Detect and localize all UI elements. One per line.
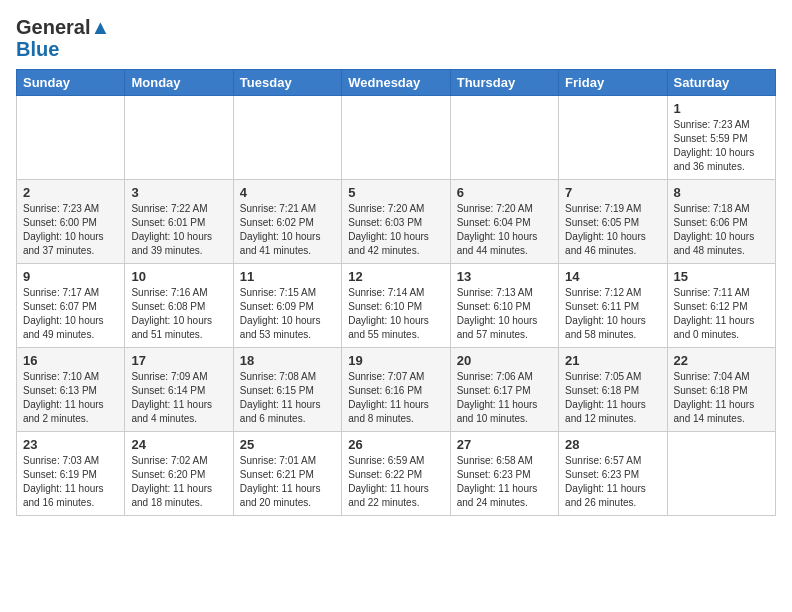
day-info: Sunrise: 7:02 AMSunset: 6:20 PMDaylight:… <box>131 454 226 510</box>
day-info: Sunrise: 7:22 AMSunset: 6:01 PMDaylight:… <box>131 202 226 258</box>
day-cell: 1Sunrise: 7:23 AMSunset: 5:59 PMDaylight… <box>667 96 775 180</box>
day-cell: 23Sunrise: 7:03 AMSunset: 6:19 PMDayligh… <box>17 432 125 516</box>
day-cell: 2Sunrise: 7:23 AMSunset: 6:00 PMDaylight… <box>17 180 125 264</box>
day-number: 6 <box>457 185 552 200</box>
header: General▲ Blue <box>16 16 776 61</box>
day-number: 16 <box>23 353 118 368</box>
day-info: Sunrise: 7:13 AMSunset: 6:10 PMDaylight:… <box>457 286 552 342</box>
day-number: 11 <box>240 269 335 284</box>
day-number: 20 <box>457 353 552 368</box>
weekday-header-friday: Friday <box>559 70 667 96</box>
day-info: Sunrise: 7:06 AMSunset: 6:17 PMDaylight:… <box>457 370 552 426</box>
day-cell <box>667 432 775 516</box>
day-info: Sunrise: 7:19 AMSunset: 6:05 PMDaylight:… <box>565 202 660 258</box>
day-number: 24 <box>131 437 226 452</box>
day-number: 4 <box>240 185 335 200</box>
day-cell <box>559 96 667 180</box>
calendar: SundayMondayTuesdayWednesdayThursdayFrid… <box>16 69 776 516</box>
day-cell <box>17 96 125 180</box>
day-info: Sunrise: 7:23 AMSunset: 5:59 PMDaylight:… <box>674 118 769 174</box>
day-number: 2 <box>23 185 118 200</box>
day-cell: 27Sunrise: 6:58 AMSunset: 6:23 PMDayligh… <box>450 432 558 516</box>
weekday-header-monday: Monday <box>125 70 233 96</box>
day-number: 15 <box>674 269 769 284</box>
day-info: Sunrise: 7:18 AMSunset: 6:06 PMDaylight:… <box>674 202 769 258</box>
weekday-header-saturday: Saturday <box>667 70 775 96</box>
day-number: 12 <box>348 269 443 284</box>
week-row-1: 1Sunrise: 7:23 AMSunset: 5:59 PMDaylight… <box>17 96 776 180</box>
day-info: Sunrise: 7:10 AMSunset: 6:13 PMDaylight:… <box>23 370 118 426</box>
day-number: 13 <box>457 269 552 284</box>
day-info: Sunrise: 7:20 AMSunset: 6:04 PMDaylight:… <box>457 202 552 258</box>
day-info: Sunrise: 7:14 AMSunset: 6:10 PMDaylight:… <box>348 286 443 342</box>
day-cell: 15Sunrise: 7:11 AMSunset: 6:12 PMDayligh… <box>667 264 775 348</box>
day-cell: 26Sunrise: 6:59 AMSunset: 6:22 PMDayligh… <box>342 432 450 516</box>
day-cell: 28Sunrise: 6:57 AMSunset: 6:23 PMDayligh… <box>559 432 667 516</box>
day-number: 7 <box>565 185 660 200</box>
day-cell: 24Sunrise: 7:02 AMSunset: 6:20 PMDayligh… <box>125 432 233 516</box>
day-number: 17 <box>131 353 226 368</box>
day-cell: 25Sunrise: 7:01 AMSunset: 6:21 PMDayligh… <box>233 432 341 516</box>
day-number: 8 <box>674 185 769 200</box>
day-info: Sunrise: 7:21 AMSunset: 6:02 PMDaylight:… <box>240 202 335 258</box>
day-cell: 16Sunrise: 7:10 AMSunset: 6:13 PMDayligh… <box>17 348 125 432</box>
day-number: 3 <box>131 185 226 200</box>
day-number: 21 <box>565 353 660 368</box>
day-info: Sunrise: 7:23 AMSunset: 6:00 PMDaylight:… <box>23 202 118 258</box>
day-cell <box>450 96 558 180</box>
day-cell: 13Sunrise: 7:13 AMSunset: 6:10 PMDayligh… <box>450 264 558 348</box>
day-cell: 17Sunrise: 7:09 AMSunset: 6:14 PMDayligh… <box>125 348 233 432</box>
day-number: 10 <box>131 269 226 284</box>
day-cell: 20Sunrise: 7:06 AMSunset: 6:17 PMDayligh… <box>450 348 558 432</box>
day-cell: 12Sunrise: 7:14 AMSunset: 6:10 PMDayligh… <box>342 264 450 348</box>
week-row-5: 23Sunrise: 7:03 AMSunset: 6:19 PMDayligh… <box>17 432 776 516</box>
day-info: Sunrise: 7:07 AMSunset: 6:16 PMDaylight:… <box>348 370 443 426</box>
day-number: 18 <box>240 353 335 368</box>
day-cell: 21Sunrise: 7:05 AMSunset: 6:18 PMDayligh… <box>559 348 667 432</box>
day-cell: 10Sunrise: 7:16 AMSunset: 6:08 PMDayligh… <box>125 264 233 348</box>
day-number: 28 <box>565 437 660 452</box>
day-number: 26 <box>348 437 443 452</box>
day-number: 9 <box>23 269 118 284</box>
logo-text: General▲ <box>16 16 110 38</box>
day-info: Sunrise: 7:12 AMSunset: 6:11 PMDaylight:… <box>565 286 660 342</box>
week-row-3: 9Sunrise: 7:17 AMSunset: 6:07 PMDaylight… <box>17 264 776 348</box>
day-number: 19 <box>348 353 443 368</box>
day-cell: 8Sunrise: 7:18 AMSunset: 6:06 PMDaylight… <box>667 180 775 264</box>
day-info: Sunrise: 6:57 AMSunset: 6:23 PMDaylight:… <box>565 454 660 510</box>
day-cell: 7Sunrise: 7:19 AMSunset: 6:05 PMDaylight… <box>559 180 667 264</box>
day-info: Sunrise: 7:03 AMSunset: 6:19 PMDaylight:… <box>23 454 118 510</box>
day-cell <box>342 96 450 180</box>
day-number: 25 <box>240 437 335 452</box>
day-cell: 22Sunrise: 7:04 AMSunset: 6:18 PMDayligh… <box>667 348 775 432</box>
week-row-2: 2Sunrise: 7:23 AMSunset: 6:00 PMDaylight… <box>17 180 776 264</box>
day-info: Sunrise: 6:59 AMSunset: 6:22 PMDaylight:… <box>348 454 443 510</box>
day-cell: 18Sunrise: 7:08 AMSunset: 6:15 PMDayligh… <box>233 348 341 432</box>
day-cell <box>233 96 341 180</box>
day-info: Sunrise: 7:05 AMSunset: 6:18 PMDaylight:… <box>565 370 660 426</box>
day-cell: 3Sunrise: 7:22 AMSunset: 6:01 PMDaylight… <box>125 180 233 264</box>
day-number: 23 <box>23 437 118 452</box>
weekday-header-wednesday: Wednesday <box>342 70 450 96</box>
week-row-4: 16Sunrise: 7:10 AMSunset: 6:13 PMDayligh… <box>17 348 776 432</box>
day-info: Sunrise: 7:01 AMSunset: 6:21 PMDaylight:… <box>240 454 335 510</box>
logo-blue: Blue <box>16 38 59 61</box>
day-info: Sunrise: 7:09 AMSunset: 6:14 PMDaylight:… <box>131 370 226 426</box>
day-number: 14 <box>565 269 660 284</box>
day-number: 27 <box>457 437 552 452</box>
weekday-header-tuesday: Tuesday <box>233 70 341 96</box>
day-info: Sunrise: 7:17 AMSunset: 6:07 PMDaylight:… <box>23 286 118 342</box>
weekday-header-thursday: Thursday <box>450 70 558 96</box>
day-info: Sunrise: 7:20 AMSunset: 6:03 PMDaylight:… <box>348 202 443 258</box>
day-info: Sunrise: 6:58 AMSunset: 6:23 PMDaylight:… <box>457 454 552 510</box>
day-number: 5 <box>348 185 443 200</box>
day-cell: 6Sunrise: 7:20 AMSunset: 6:04 PMDaylight… <box>450 180 558 264</box>
weekday-header-row: SundayMondayTuesdayWednesdayThursdayFrid… <box>17 70 776 96</box>
day-cell: 19Sunrise: 7:07 AMSunset: 6:16 PMDayligh… <box>342 348 450 432</box>
day-info: Sunrise: 7:11 AMSunset: 6:12 PMDaylight:… <box>674 286 769 342</box>
day-cell: 14Sunrise: 7:12 AMSunset: 6:11 PMDayligh… <box>559 264 667 348</box>
logo: General▲ Blue <box>16 16 110 61</box>
day-cell: 9Sunrise: 7:17 AMSunset: 6:07 PMDaylight… <box>17 264 125 348</box>
day-info: Sunrise: 7:08 AMSunset: 6:15 PMDaylight:… <box>240 370 335 426</box>
weekday-header-sunday: Sunday <box>17 70 125 96</box>
